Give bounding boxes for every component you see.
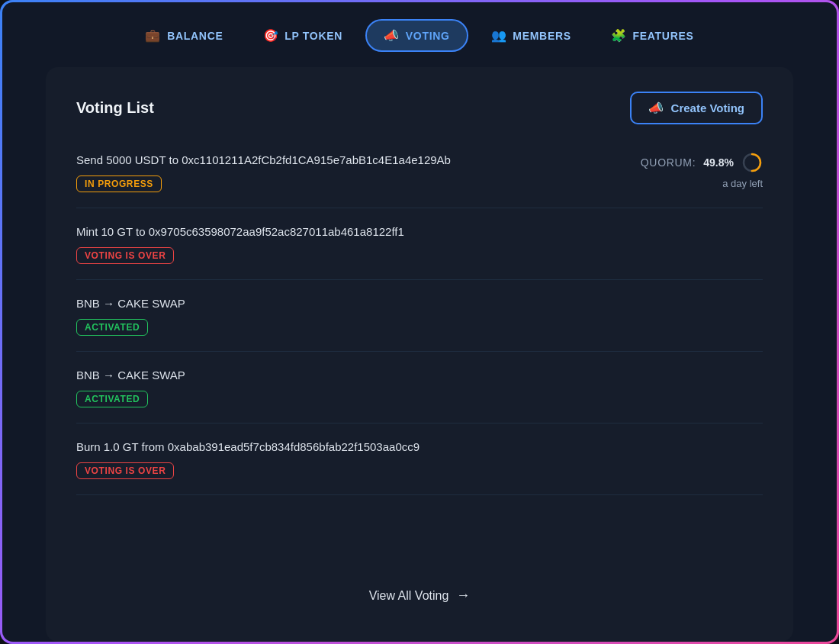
time-left: a day left [722, 178, 763, 189]
tab-members-label: MEMBERS [513, 30, 571, 42]
voting-item-left: Mint 10 GT to 0x9705c63598072aa9f52ac827… [76, 224, 763, 264]
inner-bg: 💼 BALANCE 🎯 LP TOKEN 📣 VOTING 👥 MEMBERS … [2, 2, 837, 642]
voting-item-right: QUORUM:49.8%a day left [641, 152, 763, 189]
quorum-label: QUORUM: [641, 156, 696, 169]
status-badge: VOTING IS OVER [76, 247, 174, 264]
voting-items-list: Send 5000 USDT to 0xc1101211A2fCb2fd1CA9… [76, 146, 763, 565]
lp-token-icon: 🎯 [263, 28, 279, 43]
outer-border: 💼 BALANCE 🎯 LP TOKEN 📣 VOTING 👥 MEMBERS … [0, 0, 839, 644]
quorum-circle-icon [741, 152, 763, 173]
voting-item-title: BNB → CAKE SWAP [76, 295, 763, 311]
nav-tabs: 💼 BALANCE 🎯 LP TOKEN 📣 VOTING 👥 MEMBERS … [33, 2, 806, 67]
quorum-row: QUORUM:49.8% [641, 152, 763, 173]
tab-balance[interactable]: 💼 BALANCE [128, 21, 239, 50]
tab-features-label: FEATURES [633, 30, 694, 42]
create-voting-icon: 📣 [648, 101, 664, 115]
view-all-label: View All Voting [369, 589, 449, 603]
arrow-right-icon: → [456, 588, 470, 604]
view-all-voting-button[interactable]: View All Voting → [354, 580, 486, 611]
voting-icon: 📣 [384, 28, 400, 43]
balance-icon: 💼 [145, 28, 161, 43]
page-title: Voting List [76, 99, 154, 117]
voting-list-item[interactable]: Send 5000 USDT to 0xc1101211A2fCb2fd1CA9… [76, 146, 763, 208]
voting-item-left: BNB → CAKE SWAPACTIVATED [76, 367, 763, 407]
view-all-row: View All Voting → [76, 565, 763, 614]
main-card: Voting List 📣 Create Voting Send 5000 US… [46, 67, 793, 642]
tab-lp-token[interactable]: 🎯 LP TOKEN [246, 21, 360, 50]
status-badge: ACTIVATED [76, 391, 148, 407]
tab-balance-label: BALANCE [167, 30, 223, 42]
voting-item-title: Burn 1.0 GT from 0xabab391ead5f7cb834fd8… [76, 439, 763, 455]
tab-lp-token-label: LP TOKEN [284, 30, 342, 42]
voting-list-item[interactable]: Mint 10 GT to 0x9705c63598072aa9f52ac827… [76, 208, 763, 280]
voting-list-item[interactable]: BNB → CAKE SWAPACTIVATED [76, 280, 763, 352]
tab-features[interactable]: 🧩 FEATURES [594, 21, 711, 50]
status-badge: VOTING IS OVER [76, 462, 174, 479]
voting-item-left: Burn 1.0 GT from 0xabab391ead5f7cb834fd8… [76, 439, 763, 479]
status-badge: ACTIVATED [76, 319, 148, 336]
voting-item-title: Mint 10 GT to 0x9705c63598072aa9f52ac827… [76, 224, 763, 240]
status-badge: IN PROGRESS [76, 175, 162, 192]
voting-item-title: BNB → CAKE SWAP [76, 367, 763, 383]
voting-list-item[interactable]: Burn 1.0 GT from 0xabab391ead5f7cb834fd8… [76, 423, 763, 495]
tab-members[interactable]: 👥 MEMBERS [474, 21, 588, 50]
quorum-value: 49.8% [703, 156, 734, 169]
tab-voting[interactable]: 📣 VOTING [365, 19, 468, 52]
features-icon: 🧩 [611, 28, 627, 43]
members-icon: 👥 [491, 28, 507, 43]
tab-voting-label: VOTING [406, 30, 450, 42]
voting-item-title: Send 5000 USDT to 0xc1101211A2fCb2fd1CA9… [76, 152, 641, 168]
create-voting-label: Create Voting [671, 101, 744, 114]
create-voting-button[interactable]: 📣 Create Voting [630, 92, 763, 124]
voting-list-item[interactable]: BNB → CAKE SWAPACTIVATED [76, 352, 763, 423]
voting-item-left: Send 5000 USDT to 0xc1101211A2fCb2fd1CA9… [76, 152, 641, 192]
voting-item-left: BNB → CAKE SWAPACTIVATED [76, 295, 763, 336]
card-header: Voting List 📣 Create Voting [76, 92, 763, 124]
